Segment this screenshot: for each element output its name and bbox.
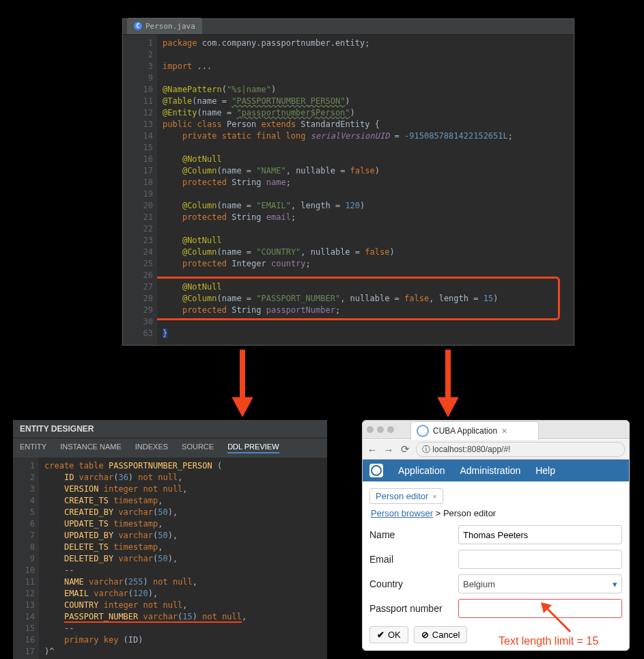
person-form: Name Email Country Belgium ▾ Passport nu… xyxy=(369,525,622,618)
reload-icon[interactable]: ⟳ xyxy=(400,444,410,455)
annotation-arrow-icon xyxy=(540,601,574,635)
close-dot-icon[interactable] xyxy=(367,426,374,433)
tab-ddl-preview[interactable]: DDL PREVIEW xyxy=(227,443,279,453)
tab-instance-name[interactable]: INSTANCE NAME xyxy=(60,443,122,453)
passport-label: Passport number xyxy=(369,603,451,614)
ddl-code[interactable]: create table PASSPORTNUMBER_PERSON ( ID … xyxy=(39,458,327,659)
svg-line-4 xyxy=(545,606,570,632)
country-select[interactable]: Belgium ▾ xyxy=(458,574,622,593)
tab-source[interactable]: SOURCE xyxy=(182,443,214,453)
view-tab-person-editor[interactable]: Person editor × xyxy=(369,488,443,504)
menu-help[interactable]: Help xyxy=(535,465,555,476)
country-label: Country xyxy=(369,578,451,589)
minimize-dot-icon[interactable] xyxy=(377,426,384,433)
svg-marker-1 xyxy=(232,397,253,417)
entity-designer-panel: ENTITY DESIGNER ENTITY INSTANCE NAME IND… xyxy=(13,420,327,659)
line-gutter: 1 2 3 9 10 11 12 13 14 15 16 17 18 19 20… xyxy=(123,35,157,345)
url-input[interactable]: ⓘ localhost:8080/app/#! xyxy=(416,442,625,457)
designer-tabs: ENTITY INSTANCE NAME INDEXES SOURCE DDL … xyxy=(13,438,327,458)
name-input[interactable] xyxy=(458,525,622,544)
email-input[interactable] xyxy=(458,550,622,569)
ddl-gutter: 1234567891011121314151617 xyxy=(13,458,39,659)
breadcrumb: Person browser > Person editor xyxy=(371,508,621,518)
java-class-icon: C xyxy=(134,22,142,30)
cancel-icon: ⊘ xyxy=(421,630,429,640)
maximize-dot-icon[interactable] xyxy=(387,426,394,433)
arrow-to-designer xyxy=(229,350,256,418)
cuba-logo-icon xyxy=(417,425,429,437)
menu-application[interactable]: Application xyxy=(398,465,445,476)
chevron-down-icon: ▾ xyxy=(613,579,617,589)
tab-filename: Person.java xyxy=(145,22,195,31)
app-menubar: Application Administration Help xyxy=(363,460,629,481)
editor-tab-person[interactable]: C Person.java xyxy=(127,18,202,34)
cancel-button[interactable]: ⊘Cancel xyxy=(414,626,467,643)
close-icon[interactable]: × xyxy=(432,492,436,501)
code-area[interactable]: package com.company.passportnumber.entit… xyxy=(157,35,574,345)
tab-entity[interactable]: ENTITY xyxy=(20,443,46,453)
annotation-text: Text length limit = 15 xyxy=(499,635,598,647)
arrow-to-browser xyxy=(434,350,462,418)
browser-window: CUBA Application ✕ ← → ⟳ ⓘ localhost:808… xyxy=(362,420,630,651)
svg-marker-3 xyxy=(438,397,458,417)
breadcrumb-current: Person editor xyxy=(443,508,496,518)
editor-tabbar: C Person.java xyxy=(123,19,574,35)
browser-tab[interactable]: CUBA Application ✕ xyxy=(410,421,539,440)
designer-title: ENTITY DESIGNER xyxy=(13,420,327,438)
country-value: Belgium xyxy=(463,579,495,589)
highlight-box xyxy=(157,277,560,320)
breadcrumb-link[interactable]: Person browser xyxy=(371,508,433,518)
address-bar: ← → ⟳ ⓘ localhost:8080/app/#! xyxy=(363,440,629,460)
check-icon: ✔ xyxy=(377,630,384,640)
app-logo-icon xyxy=(369,464,383,477)
forward-icon[interactable]: → xyxy=(383,444,394,455)
close-icon[interactable]: ✕ xyxy=(501,427,507,436)
code-editor-panel: C Person.java 1 2 3 9 10 11 12 13 14 15 … xyxy=(122,18,574,346)
back-icon[interactable]: ← xyxy=(367,444,378,455)
browser-tab-title: CUBA Application xyxy=(433,426,497,436)
tab-indexes[interactable]: INDEXES xyxy=(135,443,168,453)
name-label: Name xyxy=(369,529,451,540)
ok-button[interactable]: ✔OK xyxy=(369,626,408,643)
menu-administration[interactable]: Administration xyxy=(460,465,521,476)
email-label: Email xyxy=(369,554,451,565)
